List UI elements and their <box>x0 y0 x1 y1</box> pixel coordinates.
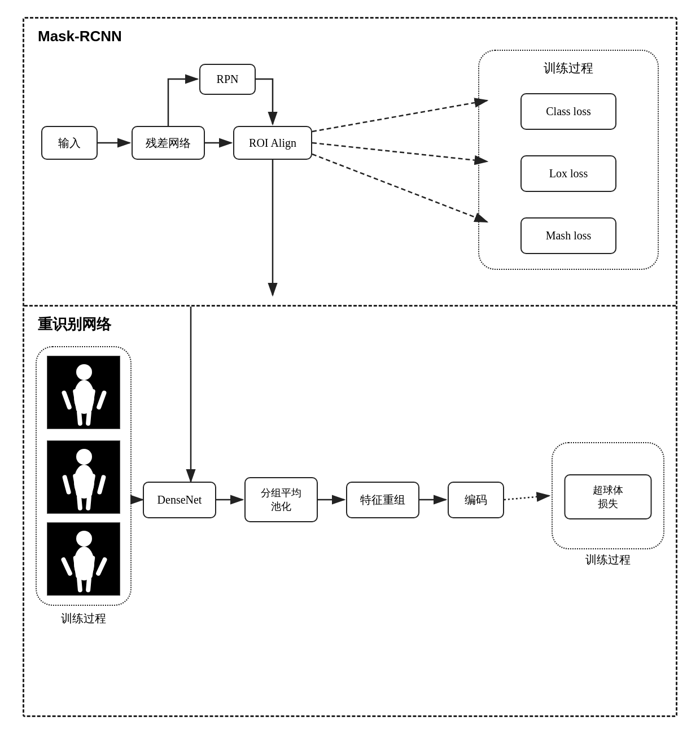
svg-line-5 <box>312 101 487 132</box>
svg-rect-30 <box>60 557 73 576</box>
training-top-container: 训练过程 Class loss Lox loss Mash loss <box>478 50 659 270</box>
training-bottom-left-label: 训练过程 <box>61 611 106 626</box>
svg-point-8 <box>76 364 92 380</box>
lox-loss-box: Lox loss <box>520 155 616 192</box>
input-box: 输入 <box>41 126 98 160</box>
svg-rect-31 <box>95 557 108 576</box>
main-container: Mask-RCNN 输入 残差网络 RPN ROI Align 训练过程 Cla… <box>23 17 677 717</box>
svg-rect-14 <box>61 390 72 410</box>
reid-title: 重识别网络 <box>38 314 111 334</box>
svg-rect-22 <box>62 475 72 495</box>
training-bottom-left-container: 训练过程 <box>36 346 132 606</box>
residual-box: 残差网络 <box>132 126 205 160</box>
feature-box: 特征重组 <box>346 482 419 518</box>
hypersphere-loss-box: 超球体 损失 <box>565 474 652 519</box>
silhouette-2 <box>47 440 120 514</box>
mash-loss-box: Mash loss <box>520 217 616 254</box>
svg-line-7 <box>312 154 487 222</box>
silhouette-3 <box>47 522 120 596</box>
encode-box: 编码 <box>448 482 504 518</box>
svg-rect-15 <box>96 390 107 410</box>
training-top-label: 训练过程 <box>544 60 593 77</box>
mask-rcnn-title: Mask-RCNN <box>38 28 122 45</box>
rpn-box: RPN <box>199 64 256 95</box>
densenet-box: DenseNet <box>143 482 216 518</box>
training-bottom-right-label: 训练过程 <box>585 552 631 567</box>
svg-point-24 <box>76 531 92 547</box>
svg-line-37 <box>504 496 549 500</box>
training-bottom-right-container: 超球体 损失 训练过程 <box>552 442 664 549</box>
class-loss-box: Class loss <box>520 93 616 130</box>
svg-point-16 <box>76 449 92 465</box>
roi-align-box: ROI Align <box>233 126 312 160</box>
svg-line-6 <box>312 143 487 161</box>
top-section: Mask-RCNN 输入 残差网络 RPN ROI Align 训练过程 Cla… <box>24 19 676 307</box>
bottom-section: 重识别网络 <box>24 307 676 715</box>
silhouette-1 <box>47 356 120 429</box>
pooling-box: 分组平均 池化 <box>244 477 318 522</box>
svg-rect-23 <box>97 475 106 495</box>
